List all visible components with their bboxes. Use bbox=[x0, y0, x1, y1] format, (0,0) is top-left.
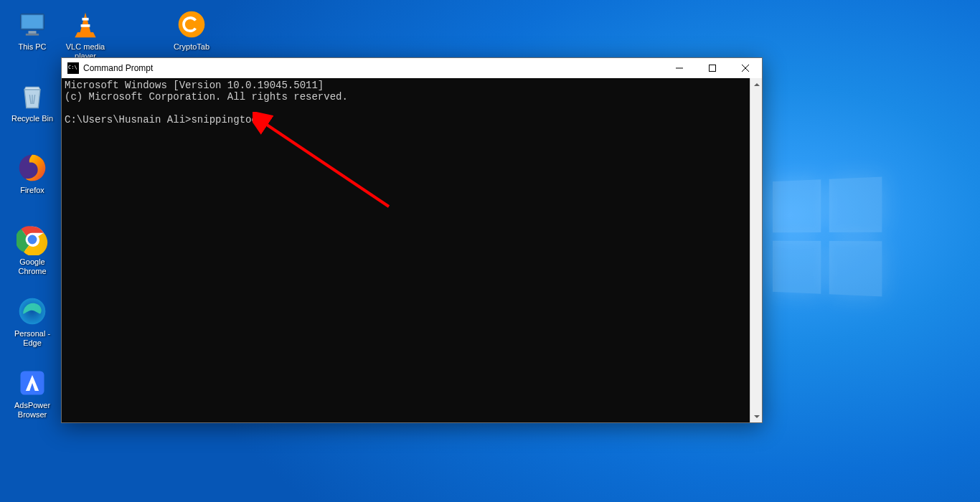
svg-rect-2 bbox=[29, 31, 37, 34]
terminal-prompt-line: C:\Users\Husnain Ali>snippingtool bbox=[65, 114, 263, 126]
edge-icon bbox=[17, 295, 48, 327]
scroll-up-button[interactable] bbox=[750, 78, 763, 90]
chevron-up-icon bbox=[754, 82, 760, 87]
desktop-icon-personal-edge[interactable]: Personal - Edge bbox=[6, 293, 59, 360]
svg-rect-3 bbox=[26, 34, 39, 36]
icon-label: Personal - Edge bbox=[6, 329, 58, 347]
chevron-down-icon bbox=[754, 414, 760, 420]
desktop-icon-adspower-browser[interactable]: AdsPower Browser bbox=[6, 364, 59, 432]
desktop-icon-google-chrome[interactable]: Google Chrome bbox=[6, 221, 59, 288]
icon-label: CryptoTab bbox=[174, 42, 209, 52]
svg-point-8 bbox=[19, 298, 46, 325]
desktop-icon-this-pc[interactable]: This PC bbox=[6, 6, 59, 73]
terminal-area[interactable]: Microsoft Windows [Version 10.0.19045.50… bbox=[62, 78, 750, 422]
command-prompt-window[interactable]: Command Prompt Microsoft Windows [Versio… bbox=[61, 57, 763, 423]
window-controls bbox=[663, 58, 762, 78]
cryptotab-icon bbox=[176, 9, 207, 40]
maximize-button[interactable] bbox=[696, 58, 729, 78]
scroll-down-button[interactable] bbox=[750, 410, 763, 422]
terminal-line: (c) Microsoft Corporation. All rights re… bbox=[65, 91, 348, 103]
desktop-icon-recycle-bin[interactable]: Recycle Bin bbox=[6, 77, 59, 145]
icon-label: This PC bbox=[18, 42, 46, 52]
recycle-bin-icon bbox=[17, 80, 48, 112]
svg-rect-11 bbox=[81, 24, 90, 27]
minimize-icon bbox=[676, 65, 683, 72]
icon-label: AdsPower Browser bbox=[6, 401, 58, 419]
svg-rect-1 bbox=[22, 15, 42, 28]
icon-label: Firefox bbox=[20, 186, 44, 195]
minimize-button[interactable] bbox=[663, 58, 696, 78]
svg-rect-10 bbox=[82, 18, 88, 21]
icon-label: Recycle Bin bbox=[11, 114, 53, 123]
desktop[interactable]: This PC Recycle Bin Firefox Google Chrom… bbox=[0, 0, 980, 502]
desktop-icon-firefox[interactable]: Firefox bbox=[6, 149, 59, 217]
firefox-icon bbox=[17, 152, 48, 184]
monitor-icon bbox=[17, 9, 48, 40]
windows-wallpaper-logo bbox=[773, 177, 882, 297]
vertical-scrollbar[interactable] bbox=[750, 78, 762, 422]
close-button[interactable] bbox=[729, 58, 762, 78]
vlc-cone-icon bbox=[70, 9, 101, 40]
svg-rect-24 bbox=[710, 65, 716, 72]
terminal-line: Microsoft Windows [Version 10.0.19045.50… bbox=[65, 80, 324, 91]
chrome-icon bbox=[17, 224, 48, 255]
close-icon bbox=[742, 65, 749, 72]
adspower-icon bbox=[17, 367, 48, 399]
maximize-icon bbox=[709, 65, 716, 72]
icon-label: Google Chrome bbox=[6, 257, 58, 275]
window-title: Command Prompt bbox=[83, 63, 153, 73]
cmd-icon bbox=[67, 62, 79, 74]
titlebar[interactable]: Command Prompt bbox=[62, 58, 762, 78]
